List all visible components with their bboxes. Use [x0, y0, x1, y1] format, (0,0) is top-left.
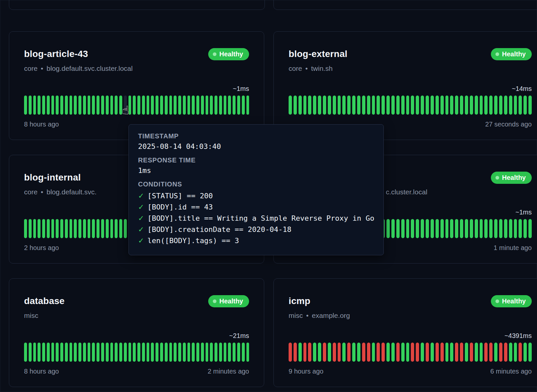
status-bar[interactable]	[396, 343, 400, 362]
status-bar[interactable]	[519, 219, 522, 238]
status-bar[interactable]	[78, 219, 81, 238]
status-bar[interactable]	[386, 343, 390, 362]
status-bar[interactable]	[155, 343, 158, 362]
status-bar[interactable]	[142, 343, 145, 362]
status-bar[interactable]	[480, 343, 483, 362]
status-bar[interactable]	[523, 219, 527, 238]
status-bar[interactable]	[29, 343, 32, 362]
status-bar[interactable]	[196, 343, 199, 362]
status-bar[interactable]	[92, 219, 95, 238]
status-bar[interactable]	[42, 96, 45, 115]
status-bar[interactable]	[124, 219, 127, 238]
status-bar[interactable]	[42, 343, 45, 362]
status-bar[interactable]	[115, 96, 118, 115]
status-bar[interactable]	[450, 96, 453, 115]
status-bar[interactable]	[514, 219, 517, 238]
status-bar[interactable]	[475, 219, 478, 238]
status-bar[interactable]	[431, 343, 434, 362]
status-bar[interactable]	[101, 219, 104, 238]
status-bar[interactable]	[475, 96, 478, 115]
status-bar[interactable]	[333, 96, 336, 115]
status-bar[interactable]	[147, 343, 150, 362]
status-bar[interactable]	[494, 219, 497, 238]
status-bar[interactable]	[106, 219, 109, 238]
status-bar[interactable]	[133, 96, 136, 115]
status-bar[interactable]	[56, 343, 59, 362]
endpoint-card-partial[interactable]	[9, 0, 265, 10]
status-bar[interactable]	[219, 96, 222, 115]
status-bar[interactable]	[187, 96, 190, 115]
status-bar[interactable]	[33, 96, 36, 115]
status-bar[interactable]	[65, 343, 68, 362]
status-bar[interactable]	[233, 96, 236, 115]
status-bar[interactable]	[523, 343, 527, 362]
status-bar[interactable]	[333, 343, 336, 362]
endpoint-card-partial[interactable]	[273, 0, 537, 10]
status-bar[interactable]	[416, 219, 419, 238]
status-bar[interactable]	[455, 219, 458, 238]
status-bar[interactable]	[192, 343, 195, 362]
status-bar[interactable]	[436, 96, 439, 115]
status-bar[interactable]	[196, 96, 199, 115]
status-bar[interactable]	[426, 219, 429, 238]
status-bar[interactable]	[97, 343, 99, 362]
status-bar[interactable]	[489, 96, 493, 115]
status-bar[interactable]	[147, 96, 150, 115]
status-bar[interactable]	[29, 96, 32, 115]
status-bar[interactable]	[88, 96, 91, 115]
status-bar[interactable]	[499, 343, 502, 362]
status-bar[interactable]	[499, 219, 502, 238]
status-bar[interactable]	[382, 96, 385, 115]
status-bar[interactable]	[83, 219, 86, 238]
status-bar[interactable]	[137, 343, 140, 362]
status-bar[interactable]	[124, 343, 127, 362]
status-bar[interactable]	[308, 96, 311, 115]
status-bar[interactable]	[51, 219, 54, 238]
status-bar[interactable]	[83, 343, 86, 362]
status-bar[interactable]	[83, 96, 86, 115]
status-bar[interactable]	[192, 96, 195, 115]
status-bar[interactable]	[24, 343, 27, 362]
status-bar[interactable]	[372, 343, 375, 362]
status-bar[interactable]	[128, 96, 131, 115]
status-bar[interactable]	[174, 96, 177, 115]
status-bar[interactable]	[499, 96, 502, 115]
endpoint-card-icmp[interactable]: icmp Healthy misc•example.org ~4391ms 9 …	[273, 278, 537, 387]
status-bar[interactable]	[514, 96, 517, 115]
status-bar[interactable]	[465, 96, 468, 115]
status-bar[interactable]	[38, 343, 41, 362]
status-bar[interactable]	[178, 96, 181, 115]
status-bar[interactable]	[504, 343, 507, 362]
status-bar[interactable]	[352, 343, 355, 362]
status-bar[interactable]	[169, 343, 172, 362]
status-bar[interactable]	[65, 96, 68, 115]
status-bar[interactable]	[206, 96, 209, 115]
status-bar[interactable]	[308, 343, 311, 362]
status-bar[interactable]	[509, 96, 512, 115]
status-bar[interactable]	[47, 219, 50, 238]
status-bar[interactable]	[60, 343, 63, 362]
status-bar[interactable]	[421, 96, 424, 115]
status-bar[interactable]	[110, 96, 113, 115]
status-bar[interactable]	[106, 96, 109, 115]
status-bar[interactable]	[475, 343, 478, 362]
status-bar[interactable]	[450, 219, 453, 238]
status-bar[interactable]	[88, 219, 91, 238]
status-bar[interactable]	[465, 343, 468, 362]
status-bar[interactable]	[391, 219, 395, 238]
status-bar[interactable]	[303, 343, 307, 362]
status-bar[interactable]	[187, 343, 190, 362]
status-bar[interactable]	[289, 96, 292, 115]
status-bar[interactable]	[74, 219, 77, 238]
status-bar[interactable]	[519, 343, 522, 362]
status-bar[interactable]	[367, 343, 370, 362]
status-bar[interactable]	[224, 96, 227, 115]
status-bar[interactable]	[347, 96, 351, 115]
status-bar[interactable]	[406, 219, 410, 238]
status-bar[interactable]	[519, 96, 522, 115]
status-bar[interactable]	[70, 219, 72, 238]
status-bar[interactable]	[128, 343, 131, 362]
status-bar[interactable]	[298, 343, 302, 362]
status-bar[interactable]	[183, 343, 186, 362]
status-bar[interactable]	[318, 96, 321, 115]
